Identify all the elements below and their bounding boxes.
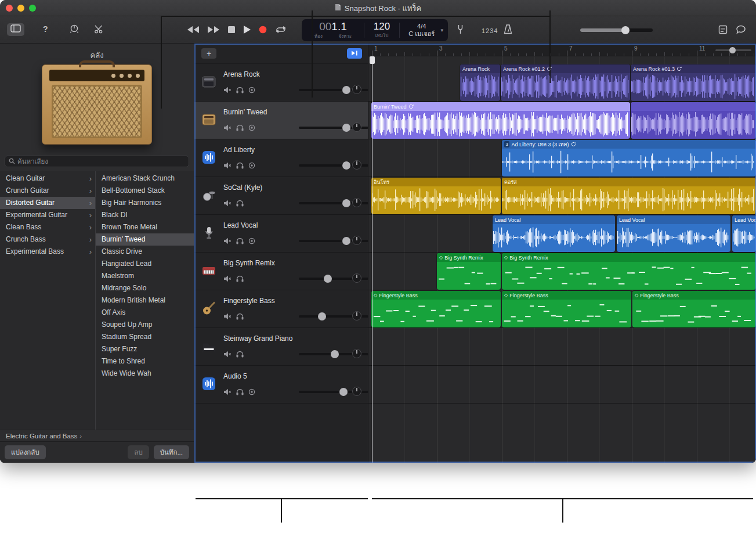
master-volume-slider[interactable] (580, 28, 653, 32)
track-volume-thumb[interactable] (342, 124, 350, 132)
region-burnin-tweed-3[interactable]: Burnin' Tweed (371, 102, 630, 139)
library-preset-maelstrom[interactable]: Maelstrom (96, 270, 194, 282)
pan-knob[interactable] (352, 348, 362, 361)
track-volume-thumb[interactable] (342, 161, 350, 170)
quick-help-button[interactable]: ? (43, 24, 48, 34)
save-button[interactable]: บันทึก... (154, 445, 189, 459)
library-preset-american-stack-crunch[interactable]: American Stack Crunch (96, 172, 194, 185)
track-volume-thumb[interactable] (339, 388, 348, 396)
region-arena-rock-0[interactable]: Arena Rock (460, 64, 500, 101)
region-arena-rock-01-3-2[interactable]: Arena Rock #01.3 (631, 64, 756, 101)
track-volume-thumb[interactable] (342, 86, 350, 94)
pan-knob[interactable] (352, 160, 362, 172)
region-lead-vocal-8[interactable]: Lead Vocal (493, 215, 615, 252)
region-yellow-7[interactable]: คอรัส (502, 178, 756, 214)
library-category-crunch-bass[interactable]: Crunch Bass› (0, 233, 95, 246)
forward-button[interactable] (207, 26, 220, 34)
library-preset-bell-bottomed-stack[interactable]: Bell-Bottomed Stack (96, 185, 194, 197)
pan-knob[interactable] (352, 311, 362, 323)
mute-button[interactable] (223, 161, 231, 171)
library-preset-black-di[interactable]: Black DI (96, 209, 194, 221)
library-preset-midrange-solo[interactable]: Midrange Solo (96, 282, 194, 294)
pan-knob[interactable] (352, 122, 362, 135)
library-category-distorted-guitar[interactable]: Distorted Guitar› (0, 197, 95, 209)
track-header-big-synth-remix[interactable]: Big Synth Remix (194, 253, 368, 290)
solo-button[interactable] (236, 350, 244, 360)
loop-browser-button[interactable] (736, 25, 746, 37)
region-big-synth-remix-12[interactable]: ◇Big Synth Remix (502, 253, 756, 290)
track-header-audio-5[interactable]: Audio 5 (194, 366, 368, 404)
library-preset-wide-wide-wah[interactable]: Wide Wide Wah (96, 368, 194, 380)
library-preset-time-to-shred[interactable]: Time to Shred (96, 355, 194, 368)
library-preset-super-fuzz[interactable]: Super Fuzz (96, 343, 194, 355)
track-header-lead-vocal[interactable]: Lead Vocal (194, 215, 368, 253)
mute-button[interactable] (223, 274, 231, 284)
region-lead-vocal-9[interactable]: Lead Vocal (617, 215, 730, 252)
region-lead-vocal-10[interactable]: Lead Vocal (732, 215, 756, 252)
pan-knob[interactable] (352, 84, 362, 97)
library-category-crunch-guitar[interactable]: Crunch Guitar› (0, 185, 95, 197)
library-preset-souped-up-amp[interactable]: Souped Up Amp (96, 319, 194, 331)
track-header-arena-rock[interactable]: Arena Rock (194, 64, 368, 102)
catch-playhead-button[interactable] (347, 48, 362, 59)
mute-button[interactable] (223, 350, 231, 360)
library-toggle-button[interactable] (7, 23, 24, 36)
add-track-button[interactable]: + (201, 48, 216, 59)
search-input[interactable] (17, 158, 185, 165)
track-volume-thumb[interactable] (318, 312, 326, 320)
region-yellow-6[interactable]: อินโทร (371, 178, 501, 214)
track-volume-thumb[interactable] (342, 199, 350, 207)
pan-knob[interactable] (352, 235, 362, 248)
region-ad-liberty-3-3-5[interactable]: 3Ad Liberty: เทค 3 (3 เทค) (502, 140, 756, 177)
editors-button[interactable] (94, 24, 103, 36)
bar-ruler[interactable]: 1357911 (368, 44, 756, 56)
stop-button[interactable] (227, 26, 236, 34)
pan-knob[interactable] (352, 273, 362, 286)
track-volume-thumb[interactable] (331, 350, 339, 358)
solo-button[interactable] (236, 123, 244, 134)
solo-button[interactable] (236, 85, 244, 96)
smart-controls-button[interactable] (70, 24, 79, 36)
delete-button[interactable]: ลบ (128, 445, 149, 459)
volume-thumb[interactable] (621, 26, 630, 34)
input-monitoring-button[interactable] (248, 123, 255, 134)
mute-button[interactable] (223, 123, 231, 134)
library-category-experimental-bass[interactable]: Experimental Bass› (0, 246, 95, 258)
solo-button[interactable] (236, 161, 244, 171)
track-header-socal-kyle[interactable]: SoCal (Kyle) (194, 177, 368, 215)
library-preset-brown-tone-metal[interactable]: Brown Tone Metal (96, 221, 194, 233)
solo-button[interactable] (236, 387, 244, 398)
pan-knob[interactable] (352, 386, 362, 399)
cycle-button[interactable] (274, 26, 287, 34)
mute-button[interactable] (223, 85, 231, 96)
region-fingerstyle-bass-15[interactable]: ◇Fingerstyle Bass (632, 291, 756, 327)
library-path[interactable]: Electric Guitar and Bass› (0, 430, 194, 441)
library-preset-classic-drive[interactable]: Classic Drive (96, 246, 194, 258)
input-monitoring-button[interactable] (248, 161, 255, 171)
solo-button[interactable] (236, 236, 244, 247)
rewind-button[interactable] (187, 26, 200, 34)
mute-button[interactable] (223, 312, 231, 322)
solo-button[interactable] (236, 312, 244, 322)
playhead[interactable] (372, 56, 372, 463)
library-category-clean-guitar[interactable]: Clean Guitar› (0, 172, 95, 185)
mute-button[interactable] (223, 387, 231, 398)
library-category-experimental-guitar[interactable]: Experimental Guitar› (0, 209, 95, 221)
input-monitoring-button[interactable] (248, 387, 255, 398)
tuner-button[interactable] (457, 24, 464, 37)
track-header-burnin-tweed[interactable]: Burnin' Tweed (194, 102, 368, 139)
metronome-button[interactable] (504, 24, 512, 37)
input-monitoring-button[interactable] (248, 236, 255, 247)
library-preset-stadium-spread[interactable]: Stadium Spread (96, 331, 194, 343)
revert-button[interactable]: แปลงกลับ (5, 445, 46, 459)
region-purple_dark-4[interactable] (631, 102, 756, 139)
library-preset-big-hair-harmonics[interactable]: Big Hair Harmonics (96, 197, 194, 209)
mute-button[interactable] (223, 199, 231, 209)
library-preset-modern-british-metal[interactable]: Modern British Metal (96, 294, 194, 307)
library-search[interactable] (5, 156, 189, 167)
region-fingerstyle-bass-14[interactable]: ◇Fingerstyle Bass (502, 291, 631, 327)
library-category-clean-bass[interactable]: Clean Bass› (0, 221, 95, 233)
solo-button[interactable] (236, 199, 244, 209)
library-preset-burnin-tweed[interactable]: Burnin' Tweed (96, 233, 194, 246)
pan-knob[interactable] (352, 197, 362, 210)
